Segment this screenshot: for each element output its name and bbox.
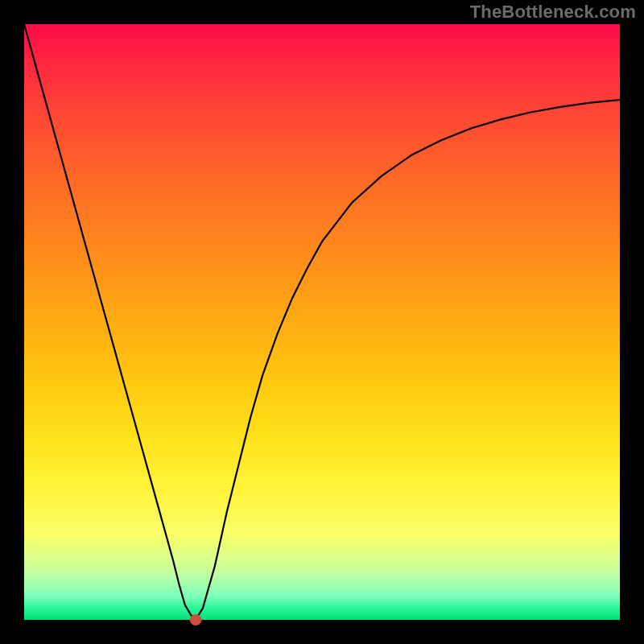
min-marker-icon — [190, 615, 201, 625]
bottleneck-curve — [24, 24, 620, 620]
chart-svg — [24, 24, 620, 620]
plot-area — [24, 24, 620, 620]
chart-frame: TheBottleneck.com — [0, 0, 644, 644]
attribution-text: TheBottleneck.com — [470, 2, 636, 23]
